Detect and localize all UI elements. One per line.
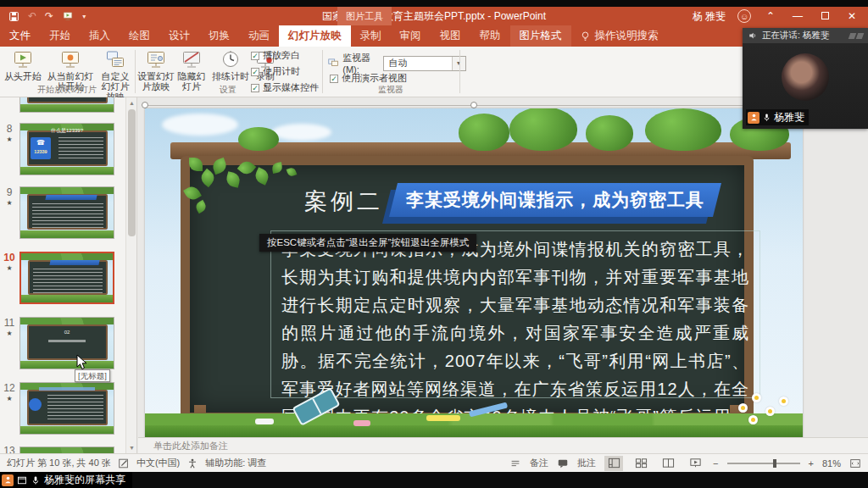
tab-file[interactable]: 文件 — [0, 25, 40, 47]
thumb-decoration — [20, 447, 114, 453]
reading-view-button[interactable] — [659, 456, 677, 471]
tab-picture-format[interactable]: 图片格式 — [510, 25, 571, 47]
zoom-slider-knob[interactable] — [773, 459, 776, 468]
phone-number: 12339 — [31, 149, 51, 154]
checkbox-checked-icon: ✓ — [330, 75, 338, 83]
cloud-decoration — [162, 114, 238, 136]
selection-handle[interactable] — [142, 102, 148, 108]
hide-slide-icon — [181, 49, 202, 69]
tab-home[interactable]: 开始 — [40, 25, 80, 47]
qat-more-icon[interactable]: ▾ — [82, 13, 86, 20]
presenter-view-label: 使用演示者视图 — [342, 72, 407, 85]
tab-draw[interactable]: 绘图 — [120, 25, 159, 47]
tab-slideshow[interactable]: 幻灯片放映 — [279, 25, 351, 47]
thumb-grass — [20, 426, 114, 434]
start-slideshow-icon[interactable] — [62, 11, 74, 21]
scrollbar-thumb[interactable] — [128, 109, 136, 236]
zoom-out-button[interactable]: − — [713, 458, 718, 469]
normal-view-button[interactable] — [604, 456, 623, 471]
meeting-overlay[interactable]: 正在讲话: 杨雅斐 杨雅斐 — [743, 28, 868, 129]
tab-transitions[interactable]: 切换 — [199, 25, 239, 47]
slide-8-thumbnail[interactable]: 什么是12339? ☎12339 — [19, 123, 114, 175]
monitor-dropdown[interactable]: 自动 ▾ — [383, 56, 465, 71]
thumbnail-scrollbar[interactable]: ▲ ▼ — [125, 97, 136, 453]
notes-pane[interactable]: 单击此处添加备注 — [138, 437, 868, 453]
accessibility-status[interactable]: 辅助功能: 调查 — [205, 457, 266, 469]
rehearse-timings-button[interactable]: 排练计时 — [209, 49, 253, 81]
fullscreen-exit-tooltip: 按ESC键或者点击“退出全屏”按钮退出全屏模式 — [259, 234, 476, 252]
tab-insert[interactable]: 插入 — [80, 25, 120, 47]
close-button[interactable]: ✕ — [844, 10, 860, 22]
language-indicator[interactable]: 中文(中国) — [136, 457, 180, 469]
from-current-slide-icon — [60, 49, 81, 69]
speaker-icon — [748, 30, 758, 41]
ribbon-display-options-icon[interactable]: ⌃ — [763, 10, 778, 22]
slideshow-view-button[interactable] — [686, 456, 704, 471]
fit-slide-icon[interactable] — [849, 458, 861, 469]
animation-star-icon: ★ — [2, 136, 17, 143]
participant-name-badge: 杨雅斐 — [746, 109, 809, 125]
slide-body-textbox[interactable]: 李某受境外间谍指示，成为境外间谍情报机关的窃密工具，长期为其订购和提供境内内部军… — [270, 230, 760, 398]
tab-view[interactable]: 视图 — [431, 25, 470, 47]
thumb-section-number: 02 — [20, 330, 114, 335]
case-label[interactable]: 案例二 — [304, 186, 383, 217]
tab-animations[interactable]: 动画 — [239, 25, 279, 47]
scroll-down-icon[interactable]: ▼ — [126, 442, 137, 453]
bush-decoration — [238, 127, 279, 151]
daisy-decoration — [765, 407, 775, 416]
redo-icon[interactable]: ↷ — [45, 10, 53, 22]
save-icon[interactable] — [8, 11, 19, 22]
thumb-grass — [20, 230, 114, 238]
screen-share-badge[interactable]: 杨雅斐的屏幕共享 — [0, 472, 132, 488]
slide-12-thumbnail[interactable] — [19, 382, 114, 435]
zoom-percentage[interactable]: 81% — [822, 458, 841, 469]
tree-decoration — [645, 108, 721, 151]
comments-icon — [557, 458, 569, 469]
slide-10-thumbnail[interactable] — [19, 252, 114, 304]
notes-toggle-button[interactable]: 备注 — [530, 457, 548, 469]
restore-button[interactable] — [817, 10, 832, 22]
slide-title-banner[interactable]: 李某受境外间谍指示，成为窃密工具 — [393, 183, 717, 217]
play-narrations-label: 播放旁白 — [263, 49, 300, 62]
tab-record[interactable]: 录制 — [351, 25, 391, 47]
account-avatar-icon[interactable]: ☺ — [737, 9, 751, 23]
tell-me-search[interactable]: 操作说明搜索 — [571, 25, 667, 47]
group-start-slideshow: 从头开始 从当前幻灯片开始 自定义幻灯片放映 ▾ 开始放映幻灯片 — [0, 47, 134, 97]
minimize-button[interactable]: — — [790, 10, 805, 22]
tab-design[interactable]: 设计 — [159, 25, 199, 47]
use-timings-checkbox[interactable]: ✓ 使用计时 — [251, 65, 319, 78]
comments-toggle-button[interactable]: 批注 — [577, 457, 596, 469]
use-timings-label: 使用计时 — [263, 65, 300, 78]
thumb-banner — [45, 195, 97, 200]
group-label: 设置 — [136, 84, 320, 96]
tell-me-label: 操作说明搜索 — [595, 29, 659, 43]
slide-number: 10 — [2, 252, 17, 263]
slide-7-thumbnail-partial[interactable] — [19, 97, 114, 113]
tab-help[interactable]: 帮助 — [470, 25, 510, 47]
slide-canvas[interactable]: 案例二 李某受境外间谍指示，成为窃密工具 李某受境外间谍指示，成为境外间谍情报机… — [145, 108, 803, 439]
undo-icon[interactable]: ↶ — [28, 10, 36, 22]
signed-in-user[interactable]: 杨 雅斐 — [693, 9, 726, 24]
slide-sorter-view-button[interactable] — [632, 456, 650, 471]
participant-video[interactable]: 杨雅斐 — [743, 43, 868, 129]
scroll-up-icon[interactable]: ▲ — [126, 97, 137, 108]
zoom-in-button[interactable]: + — [809, 458, 814, 469]
play-narrations-checkbox[interactable]: ✓ 播放旁白 — [251, 49, 319, 62]
slide-9-thumbnail[interactable] — [19, 186, 114, 239]
selection-handle[interactable] — [470, 102, 477, 108]
thumb-text-lines — [33, 269, 103, 296]
slide-body-text: 李某受境外间谍指示，成为境外间谍情报机关的窃密工具，长期为其订购和提供境内内部军… — [281, 236, 749, 439]
custom-slideshow-icon — [105, 49, 125, 69]
presenter-view-checkbox[interactable]: ✓ 使用演示者视图 — [330, 72, 407, 85]
ink-icon[interactable] — [118, 458, 130, 469]
mic-icon — [31, 475, 41, 485]
slide-11-thumbnail[interactable]: 02 — [19, 317, 114, 369]
titlebar-controls: 杨 雅斐 ☺ ⌃ — ✕ — [693, 9, 868, 24]
slide-13-thumbnail-partial[interactable] — [19, 446, 114, 453]
slide-counter: 幻灯片 第 10 张, 共 40 张 — [7, 457, 111, 469]
from-beginning-button[interactable]: 从头开始 — [3, 49, 42, 81]
chalk-pink — [353, 420, 370, 426]
tab-review[interactable]: 审阅 — [391, 25, 431, 47]
participant-icon — [2, 474, 14, 486]
zoom-slider[interactable] — [727, 463, 800, 464]
